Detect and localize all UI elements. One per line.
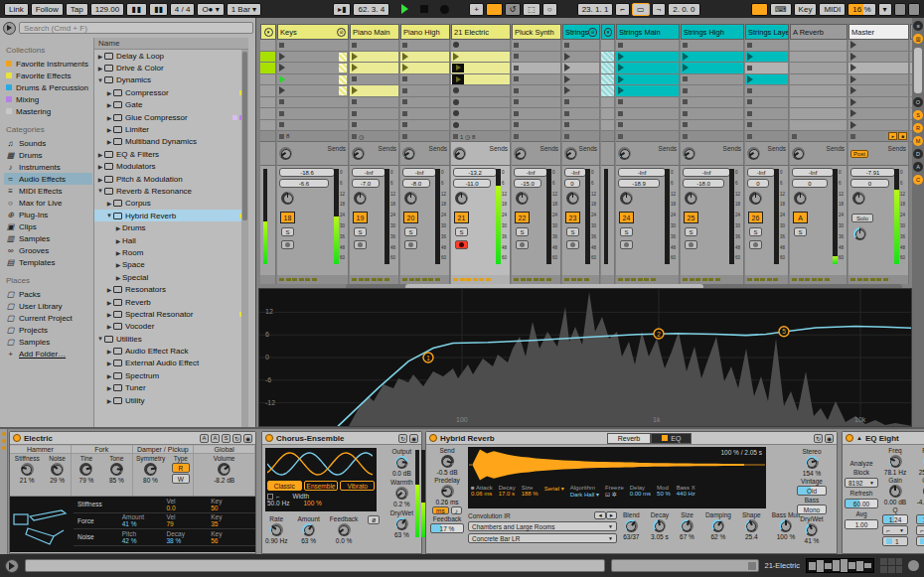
clip-stop-button[interactable] xyxy=(745,108,789,120)
device-title[interactable]: EQ Eight xyxy=(865,434,899,443)
matrix-cell-value[interactable]: 79 xyxy=(167,520,212,527)
arm-button[interactable] xyxy=(455,240,468,249)
loop-start-field[interactable]: 23. 1. 1 xyxy=(577,3,614,16)
pan-knob[interactable] xyxy=(794,192,807,205)
browser-collapse-button[interactable] xyxy=(3,22,16,35)
send-a-knob[interactable] xyxy=(402,147,415,160)
track-delay-cell[interactable] xyxy=(616,275,680,284)
volume-field[interactable]: 0 xyxy=(792,179,828,188)
tree-item-room[interactable]: ▶Room xyxy=(94,246,248,258)
param-value[interactable]: 63/37 xyxy=(623,533,639,540)
loop-length-field[interactable]: 2. 0. 0 xyxy=(668,3,699,16)
track-delay-cell[interactable] xyxy=(451,275,511,284)
arm-button[interactable] xyxy=(404,240,417,249)
slot-record-button[interactable] xyxy=(451,40,511,52)
q-value[interactable]: 1.00 xyxy=(916,514,924,524)
size-knob[interactable] xyxy=(681,519,693,532)
group-fold-slot[interactable] xyxy=(601,74,615,86)
slot-record-button[interactable] xyxy=(451,85,511,97)
track-header[interactable]: 21 Electric xyxy=(451,24,511,40)
quantize-menu[interactable]: 1 Bar ▾ xyxy=(227,3,261,16)
track-activator[interactable]: 21 xyxy=(454,212,469,223)
clip-stop-button[interactable] xyxy=(681,85,744,97)
punch-out-button[interactable]: ¬ xyxy=(652,3,667,16)
param-value[interactable]: 154 % xyxy=(803,470,821,477)
param-value[interactable]: Dark Hall ▾ xyxy=(570,491,599,498)
send-a-knob[interactable] xyxy=(618,147,631,160)
matrix-cell[interactable]: Key56 xyxy=(211,530,255,544)
send-a-knob[interactable] xyxy=(747,147,760,160)
ir-next-button[interactable]: ▸ xyxy=(606,511,617,519)
playing-clip[interactable] xyxy=(451,63,511,74)
slot-record-button[interactable] xyxy=(451,120,511,132)
key-map-button[interactable]: Key xyxy=(794,3,818,16)
output-knob[interactable] xyxy=(395,456,408,469)
overdub-button[interactable]: + xyxy=(469,3,484,16)
arm-button[interactable] xyxy=(354,240,367,249)
param-value[interactable]: 0.2 % xyxy=(393,501,410,507)
tree-item-utilities[interactable]: ▼Utilities xyxy=(94,333,248,345)
tree-item-pitch-modulation[interactable]: ▶Pitch & Modulation xyxy=(94,173,248,185)
tree-item-reverb-resonance[interactable]: ▼Reverb & Resonance xyxy=(94,185,248,197)
tree-item-resonators[interactable]: ▶Resonators xyxy=(94,283,248,295)
track-stop-all-cell[interactable] xyxy=(601,131,615,142)
clip-stop-button[interactable] xyxy=(277,40,349,52)
track-delay-cell[interactable] xyxy=(681,275,744,284)
track-stop-all-cell[interactable] xyxy=(745,131,789,142)
tree-expand-arrow[interactable]: ▶ xyxy=(96,53,104,60)
track-stop-all-cell[interactable] xyxy=(562,131,600,142)
sidebar-item-sounds[interactable]: ♫Sounds xyxy=(4,137,92,149)
device-on-toggle[interactable] xyxy=(429,434,437,442)
clip-stop-button[interactable] xyxy=(400,108,450,120)
tree-expand-arrow[interactable]: ▶ xyxy=(96,151,104,158)
playing-clip[interactable] xyxy=(451,74,511,86)
tree-item-glue-compressor[interactable]: ▶Glue Compressor xyxy=(94,111,248,123)
pan-knob[interactable] xyxy=(281,192,294,205)
tree-expand-arrow[interactable]: ▶ xyxy=(105,299,113,306)
sidebar-item-drums-percussion[interactable]: Drums & Percussion xyxy=(4,81,92,93)
clip-stop-button[interactable] xyxy=(512,40,561,52)
tree-item-eq-filters[interactable]: ▶EQ & Filters xyxy=(94,148,248,160)
stiffness-knob[interactable] xyxy=(21,463,34,476)
filter-type-menu[interactable]: ⌐▼ xyxy=(916,525,924,535)
sidebar-item-user-library[interactable]: ▢User Library xyxy=(4,300,92,312)
filter-type-menu[interactable]: ⌐▼ xyxy=(882,525,908,535)
track-delay-cell[interactable] xyxy=(260,275,276,284)
matrix-cell-value[interactable]: 38 % xyxy=(167,537,212,544)
slot-play-button[interactable] xyxy=(848,40,909,52)
param-value[interactable]: 0.06 ms xyxy=(471,491,493,497)
send-a-knob[interactable] xyxy=(352,147,365,160)
link-button[interactable]: Link xyxy=(4,3,29,16)
clip-stop-button[interactable] xyxy=(745,40,789,52)
pan-knob[interactable] xyxy=(404,192,417,205)
rate-knob[interactable] xyxy=(270,523,283,536)
sidebar-item-templates[interactable]: ▤Templates xyxy=(4,256,92,268)
clip-stop-button[interactable] xyxy=(400,120,450,132)
phase-invert-button[interactable]: ø xyxy=(368,515,380,524)
clip-stop-button[interactable] xyxy=(616,97,680,109)
param-value[interactable]: 67 % xyxy=(680,533,694,540)
matrix-cell-value[interactable]: 35 xyxy=(211,520,255,527)
vertical-scrollbar[interactable] xyxy=(914,48,922,93)
reenable-automation-button[interactable]: ↺ xyxy=(505,3,522,16)
zoom-slider[interactable] xyxy=(611,559,759,572)
clip[interactable] xyxy=(616,85,680,97)
track-activator[interactable]: 26 xyxy=(748,212,763,223)
peak-level-field[interactable]: -7.91 xyxy=(850,168,895,177)
track-delay-cell[interactable] xyxy=(350,275,399,284)
matrix-cell-value[interactable]: 0.0 xyxy=(167,505,212,511)
param-value[interactable]: 62 % xyxy=(710,533,725,540)
clip-stop-button[interactable] xyxy=(400,97,450,109)
clip[interactable] xyxy=(400,63,450,74)
predelay-knob[interactable] xyxy=(441,485,454,498)
param-value[interactable]: 79 % xyxy=(79,477,94,484)
param-value[interactable]: 50 % xyxy=(657,491,671,497)
group-clip-slot[interactable] xyxy=(277,52,349,64)
sidebar-item-current-project[interactable]: ▢Current Project xyxy=(4,312,92,324)
clip[interactable] xyxy=(616,52,680,64)
eq-curve-display[interactable]: 1251260-6-121001k10k xyxy=(258,288,912,427)
arm-button[interactable] xyxy=(516,240,529,249)
track-stop-all-cell[interactable]: 1 ◷ 8 xyxy=(451,131,511,142)
send-a-knob[interactable] xyxy=(514,147,527,160)
clip-stop-button[interactable] xyxy=(512,52,561,64)
